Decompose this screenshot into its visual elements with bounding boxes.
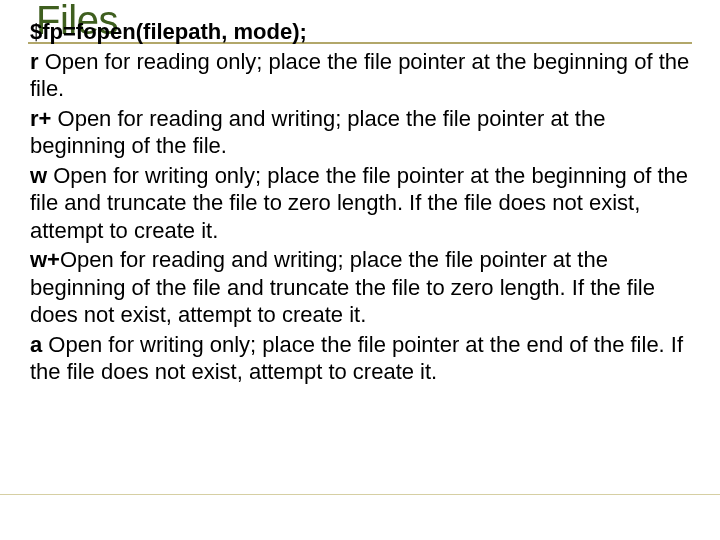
mode-row: w Open for writing only; place the file …	[30, 162, 692, 245]
mode-desc: Open for writing only; place the file po…	[30, 163, 688, 243]
slide: Files $fp=fopen(filepath, mode); r Open …	[0, 0, 720, 540]
mode-w: w Open for writing only; place the file …	[30, 162, 692, 245]
mode-a: a Open for writing only; place the file …	[30, 331, 692, 386]
mode-row: r+ Open for reading and writing; place t…	[30, 105, 692, 160]
mode-desc: Open for writing only; place the file po…	[30, 332, 683, 385]
mode-row: a Open for writing only; place the file …	[30, 331, 692, 386]
mode-w-plus: w+Open for reading and writing; place th…	[30, 246, 692, 329]
mode-desc: Open for reading only; place the file po…	[30, 49, 689, 102]
mode-r: r Open for reading only; place the file …	[30, 48, 692, 103]
mode-row: w+Open for reading and writing; place th…	[30, 246, 692, 329]
mode-r-plus: r+ Open for reading and writing; place t…	[30, 105, 692, 160]
mode-label: a	[30, 332, 48, 357]
syntax-line: $fp=fopen(filepath, mode);	[30, 18, 692, 46]
mode-row: r Open for reading only; place the file …	[30, 48, 692, 103]
mode-label: r	[30, 49, 45, 74]
slide-content: $fp=fopen(filepath, mode); r Open for re…	[28, 44, 692, 386]
mode-label: w	[30, 163, 53, 188]
mode-label: r+	[30, 106, 51, 131]
mode-desc: Open for reading and writing; place the …	[30, 247, 655, 327]
mode-label: w+	[30, 247, 60, 272]
bottom-divider	[0, 494, 720, 495]
mode-desc: Open for reading and writing; place the …	[30, 106, 605, 159]
